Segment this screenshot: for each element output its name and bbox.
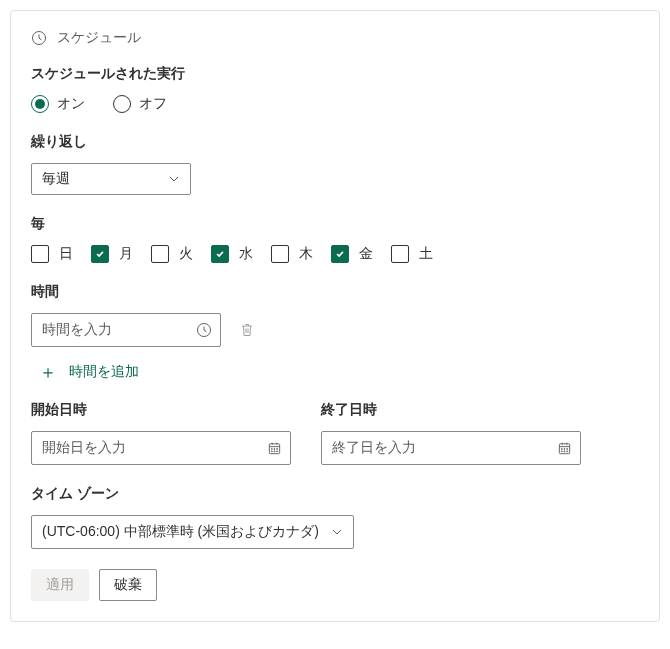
card-header: スケジュール: [31, 29, 639, 47]
time-row: 時間を入力: [31, 313, 639, 347]
end-date-title: 終了日時: [321, 401, 581, 419]
day-checkbox-6[interactable]: 土: [391, 245, 433, 263]
discard-button[interactable]: 破棄: [99, 569, 157, 601]
calendar-icon[interactable]: [267, 441, 282, 456]
svg-point-10: [561, 448, 562, 449]
delete-icon[interactable]: [239, 322, 255, 338]
day-checkbox-5[interactable]: 金: [331, 245, 373, 263]
chevron-down-icon: [331, 526, 343, 538]
timezone-value: (UTC-06:00) 中部標準時 (米国およびカナダ): [42, 523, 319, 541]
svg-point-7: [274, 450, 275, 451]
add-time-label: 時間を追加: [69, 363, 139, 381]
svg-point-14: [564, 450, 565, 451]
clock-icon[interactable]: [196, 322, 212, 338]
checkbox-icon: [91, 245, 109, 263]
svg-point-4: [274, 448, 275, 449]
timezone-title: タイム ゾーン: [31, 485, 639, 503]
checkbox-icon: [391, 245, 409, 263]
recurrence-title: 繰り返し: [31, 133, 639, 151]
day-label: 土: [419, 245, 433, 263]
end-date-input[interactable]: 終了日を入力: [321, 431, 581, 465]
apply-label: 適用: [46, 576, 74, 594]
svg-point-15: [567, 450, 568, 451]
checkbox-icon: [271, 245, 289, 263]
schedule-card: スケジュール スケジュールされた実行 オン オフ 繰り返し 毎週 毎 日月火水木…: [10, 10, 660, 622]
date-row: 開始日時 開始日を入力 終了日時 終了日を入力: [31, 401, 639, 465]
svg-point-8: [277, 450, 278, 451]
recurrence-section: 繰り返し 毎週: [31, 133, 639, 195]
day-label: 金: [359, 245, 373, 263]
radio-on-label: オン: [57, 95, 85, 113]
timezone-section: タイム ゾーン (UTC-06:00) 中部標準時 (米国およびカナダ): [31, 485, 639, 549]
every-title: 毎: [31, 215, 639, 233]
recurrence-value: 毎週: [42, 170, 70, 188]
radio-off-label: オフ: [139, 95, 167, 113]
checkbox-icon: [211, 245, 229, 263]
radio-off[interactable]: オフ: [113, 95, 167, 113]
time-input[interactable]: 時間を入力: [31, 313, 221, 347]
day-checkbox-1[interactable]: 月: [91, 245, 133, 263]
scheduled-run-section: スケジュールされた実行 オン オフ: [31, 65, 639, 113]
footer: 適用 破棄: [31, 569, 639, 601]
timezone-select[interactable]: (UTC-06:00) 中部標準時 (米国およびカナダ): [31, 515, 354, 549]
time-section: 時間 時間を入力 ＋ 時間を追加: [31, 283, 639, 381]
calendar-icon[interactable]: [557, 441, 572, 456]
start-date-input[interactable]: 開始日を入力: [31, 431, 291, 465]
day-checkbox-2[interactable]: 火: [151, 245, 193, 263]
radio-off-circle: [113, 95, 131, 113]
recurrence-select[interactable]: 毎週: [31, 163, 191, 195]
scheduled-run-title: スケジュールされた実行: [31, 65, 639, 83]
checkbox-icon: [331, 245, 349, 263]
svg-point-11: [564, 448, 565, 449]
svg-point-12: [567, 448, 568, 449]
svg-point-3: [271, 448, 272, 449]
chevron-down-icon: [168, 173, 180, 185]
clock-icon: [31, 30, 47, 46]
days-row: 日月火水木金土: [31, 245, 639, 263]
day-label: 火: [179, 245, 193, 263]
start-date-section: 開始日時 開始日を入力: [31, 401, 291, 465]
checkbox-icon: [31, 245, 49, 263]
plus-icon: ＋: [39, 363, 57, 381]
svg-point-5: [277, 448, 278, 449]
day-checkbox-0[interactable]: 日: [31, 245, 73, 263]
radio-on[interactable]: オン: [31, 95, 85, 113]
add-time-button[interactable]: ＋ 時間を追加: [39, 363, 639, 381]
day-checkbox-3[interactable]: 水: [211, 245, 253, 263]
day-checkbox-4[interactable]: 木: [271, 245, 313, 263]
svg-point-13: [561, 450, 562, 451]
start-date-title: 開始日時: [31, 401, 291, 419]
scheduled-run-radio-group: オン オフ: [31, 95, 639, 113]
radio-on-circle: [31, 95, 49, 113]
end-date-section: 終了日時 終了日を入力: [321, 401, 581, 465]
time-title: 時間: [31, 283, 639, 301]
discard-label: 破棄: [114, 576, 142, 594]
day-label: 日: [59, 245, 73, 263]
end-date-placeholder: 終了日を入力: [332, 439, 416, 457]
day-label: 月: [119, 245, 133, 263]
svg-point-6: [271, 450, 272, 451]
start-date-placeholder: 開始日を入力: [42, 439, 126, 457]
time-placeholder: 時間を入力: [42, 321, 112, 339]
apply-button: 適用: [31, 569, 89, 601]
day-label: 水: [239, 245, 253, 263]
every-section: 毎 日月火水木金土: [31, 215, 639, 263]
card-title: スケジュール: [57, 29, 141, 47]
day-label: 木: [299, 245, 313, 263]
checkbox-icon: [151, 245, 169, 263]
